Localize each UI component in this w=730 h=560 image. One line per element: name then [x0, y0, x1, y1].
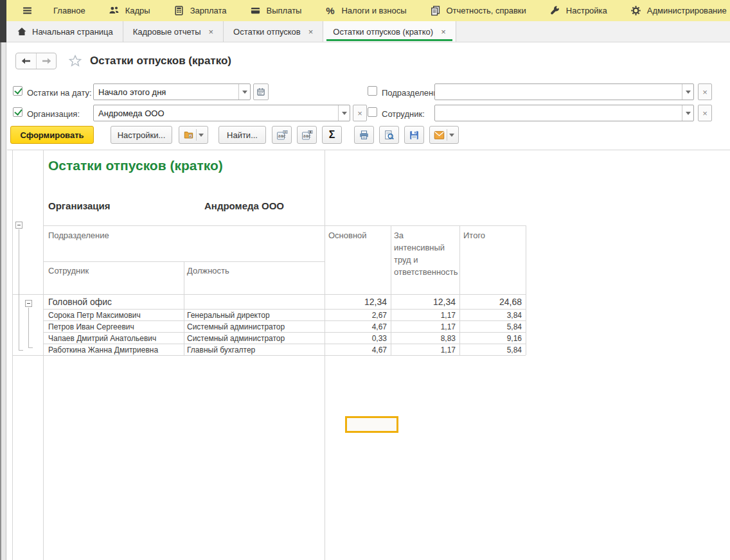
table-row-name[interactable]: Чапаев Дмитрий Анатольевич: [48, 334, 156, 343]
employee-filter-combo[interactable]: [434, 105, 694, 121]
save-button[interactable]: [404, 126, 424, 144]
department-clear-button[interactable]: ×: [698, 83, 712, 100]
table-row-extra[interactable]: 1,17: [391, 322, 456, 331]
table-row-total[interactable]: 9,16: [459, 334, 522, 343]
table-row-main[interactable]: 0,33: [325, 334, 387, 343]
tab-home[interactable]: Начальная страница: [6, 21, 123, 42]
group-row-extra[interactable]: 12,34: [391, 297, 456, 307]
menu-item-label: Главное: [53, 6, 85, 15]
expand-groups-button[interactable]: авс: [297, 126, 317, 144]
close-icon[interactable]: ×: [209, 28, 214, 36]
hamburger-icon: [22, 5, 33, 16]
table-row-name[interactable]: Петров Иван Сергеевич: [48, 322, 134, 331]
column-header-employee: Сотрудник: [48, 265, 89, 277]
organization-filter-combo[interactable]: Андромеда ООО: [93, 105, 350, 121]
back-button[interactable]: [16, 53, 36, 69]
employee-filter-label: Сотрудник:: [382, 109, 425, 119]
collapse-group-icon[interactable]: [25, 300, 32, 307]
table-row-extra[interactable]: 1,17: [391, 346, 456, 354]
home-icon: [16, 26, 27, 37]
table-row-extra[interactable]: 8,83: [391, 334, 456, 343]
close-icon[interactable]: ×: [441, 28, 446, 36]
send-email-button[interactable]: [429, 126, 459, 144]
table-row-total[interactable]: 5,84: [459, 322, 522, 331]
table-row-total[interactable]: 3,84: [459, 311, 522, 320]
chevron-down-icon[interactable]: [682, 84, 693, 100]
menu-item-hr[interactable]: Кадры: [97, 0, 162, 21]
menu-item-main[interactable]: Главное: [42, 0, 97, 21]
chevron-down-icon[interactable]: [238, 84, 250, 100]
print-button[interactable]: [354, 126, 374, 144]
table-row-position[interactable]: Системный администратор: [187, 322, 285, 331]
sum-button[interactable]: Σ: [322, 126, 342, 144]
menu-item-taxes[interactable]: % Налоги и взносы: [313, 0, 418, 21]
forward-button[interactable]: [36, 53, 56, 69]
table-row-main[interactable]: 4,67: [325, 346, 387, 354]
menu-item-settings[interactable]: Настройка: [538, 0, 619, 21]
calculator-icon: [174, 5, 184, 16]
hamburger-menu-button[interactable]: [13, 0, 42, 21]
group-row-total[interactable]: 24,68: [459, 297, 522, 307]
table-row-name[interactable]: Сорока Петр Максимович: [48, 311, 141, 320]
table-row-total[interactable]: 5,84: [459, 346, 522, 354]
chevron-down-icon[interactable]: [338, 105, 350, 121]
organization-clear-button[interactable]: ×: [353, 105, 367, 121]
table-row-position[interactable]: Генеральный директор: [187, 311, 270, 320]
tree-line: [19, 229, 19, 350]
collapse-groups-button[interactable]: авс: [272, 126, 292, 144]
svg-text:авс: авс: [303, 134, 310, 139]
employee-clear-button[interactable]: ×: [698, 105, 712, 121]
page-title: Остатки отпусков (кратко): [90, 55, 231, 67]
calendar-button[interactable]: [253, 83, 269, 100]
tab-vacation-balances-brief[interactable]: Остатки отпусков (кратко) ×: [323, 21, 456, 42]
collapse-group-icon[interactable]: [15, 222, 22, 229]
organization-filter-value: Андромеда ООО: [94, 109, 338, 118]
tab-bar: Начальная страница Кадровые отчеты × Ост…: [6, 21, 730, 42]
save-icon: [409, 130, 420, 141]
forward-arrow-icon: [42, 57, 51, 65]
close-icon[interactable]: ×: [308, 28, 314, 36]
gear-icon: [630, 5, 641, 16]
grid-line: [43, 261, 325, 262]
group-row-main[interactable]: 12,34: [325, 297, 387, 307]
menu-item-reporting[interactable]: Отчетность, справки: [418, 0, 538, 21]
report-variant-folder-icon: [183, 130, 194, 140]
grid-line: [43, 344, 526, 344]
column-header-extra: За интенсивный труд и ответственность: [394, 230, 456, 278]
table-row-position[interactable]: Главный бухгалтер: [187, 346, 255, 354]
table-row-main[interactable]: 4,67: [325, 322, 387, 331]
tab-hr-reports[interactable]: Кадровые отчеты ×: [123, 21, 224, 42]
menu-item-label: Администрирование: [647, 6, 727, 15]
group-row-name[interactable]: Головной офис: [48, 297, 112, 307]
find-button[interactable]: Найти...: [218, 126, 266, 144]
column-header-total: Итого: [463, 230, 485, 242]
table-row-name[interactable]: Работкина Жанна Дмитриевна: [48, 346, 158, 354]
organization-filter-label: Организация:: [27, 109, 80, 119]
department-filter-checkbox[interactable]: [368, 86, 377, 96]
menu-item-administration[interactable]: Администрирование: [619, 0, 730, 21]
svg-text:авс: авс: [278, 134, 285, 139]
date-filter-checkbox[interactable]: [13, 86, 22, 96]
selected-cell[interactable]: [345, 416, 398, 433]
employee-filter-checkbox[interactable]: [368, 107, 377, 117]
generate-button[interactable]: Сформировать: [10, 126, 94, 144]
report-variant-button[interactable]: [179, 126, 208, 144]
tab-label: Остатки отпусков (кратко): [333, 27, 433, 37]
calendar-icon: [256, 87, 265, 96]
settings-button[interactable]: Настройки...: [111, 126, 172, 144]
window-left-edge-bottom: [0, 42, 6, 560]
tab-vacation-balances[interactable]: Остатки отпусков ×: [224, 21, 323, 42]
table-row-position[interactable]: Системный администратор: [187, 334, 285, 343]
organization-filter-checkbox[interactable]: [13, 107, 22, 117]
table-row-main[interactable]: 2,67: [325, 311, 387, 320]
menu-item-label: Настройка: [566, 6, 607, 15]
menu-item-salary[interactable]: Зарплата: [162, 0, 238, 21]
chevron-down-icon[interactable]: [682, 105, 693, 121]
preview-button[interactable]: [379, 126, 399, 144]
department-filter-combo[interactable]: [434, 83, 694, 100]
report-title: Остатки отпусков (кратко): [48, 158, 223, 173]
date-filter-combo[interactable]: Начало этого дня: [93, 83, 251, 100]
favorite-star-icon[interactable]: [68, 54, 82, 68]
table-row-extra[interactable]: 1,17: [391, 311, 456, 320]
menu-item-payments[interactable]: Выплаты: [238, 0, 314, 21]
